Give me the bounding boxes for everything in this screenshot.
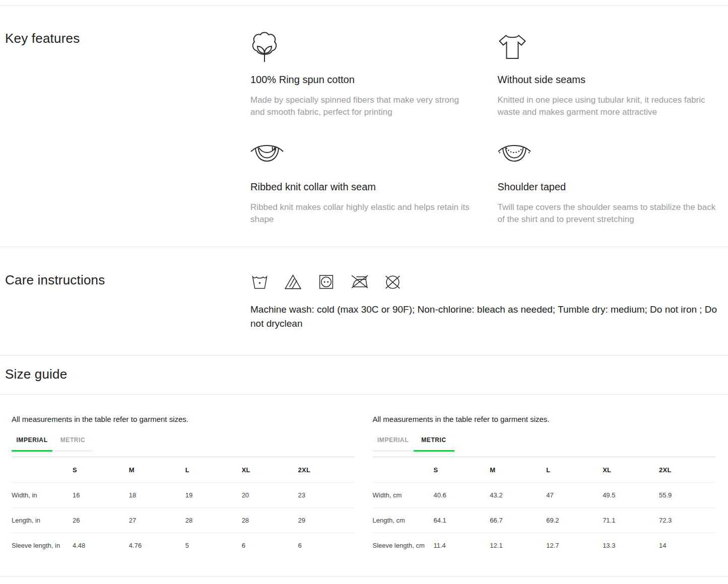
size-column-header: S [73, 457, 129, 483]
collar-seam-icon [250, 138, 474, 170]
cell-value: 69.2 [546, 508, 603, 533]
row-label: Width, in [12, 483, 73, 508]
features-grid: 100% Ring spun cotton Made by specially … [250, 31, 720, 226]
care-instructions-section: Care instructions [0, 247, 728, 355]
tab-metric-label: METRIC [60, 436, 86, 444]
cell-value: 28 [185, 508, 242, 533]
care-icons-row [250, 272, 720, 291]
machine-wash-cold-icon [250, 272, 269, 291]
cell-value: 49.5 [603, 483, 659, 508]
tshirt-icon [498, 31, 721, 63]
care-instructions-heading: Care instructions [5, 272, 250, 287]
cell-value: 26 [73, 508, 129, 533]
row-label: Length, cm [373, 508, 434, 533]
section-divider [0, 576, 728, 576]
cell-value: 23 [298, 483, 355, 508]
cell-value: 20 [242, 483, 298, 508]
size-column-header-empty [12, 457, 73, 483]
row-label: Width, cm [373, 483, 434, 508]
measurements-note: All measurements in the table refer to g… [12, 415, 355, 423]
size-column-header: XL [603, 457, 659, 483]
cell-value: 12.7 [546, 533, 603, 558]
cell-value: 6 [242, 533, 298, 558]
cell-value: 4.76 [129, 533, 185, 558]
cell-value: 18 [129, 483, 185, 508]
cell-value: 19 [185, 483, 242, 508]
size-table-imperial-column: All measurements in the table refer to g… [12, 415, 355, 558]
shoulder-taped-icon [498, 138, 721, 170]
tab-metric[interactable]: METRIC [414, 436, 454, 452]
tab-metric-label: METRIC [421, 436, 446, 444]
key-features-section: Key features 100% Ring spun cotton Made … [0, 6, 728, 247]
tab-imperial-label: IMPERIAL [16, 436, 47, 444]
feature-description: Made by specially spinned fibers that ma… [250, 94, 474, 118]
tab-imperial[interactable]: IMPERIAL [373, 436, 414, 452]
unit-tabs: IMPERIAL METRIC [373, 436, 716, 452]
do-not-dryclean-icon [383, 272, 402, 291]
cell-value: 72.3 [659, 508, 715, 533]
metric-size-table: S M L XL 2XL Width, cm 40.6 43.2 47 49.5 [373, 457, 716, 558]
feature-ring-spun-cotton: 100% Ring spun cotton Made by specially … [250, 31, 474, 118]
size-column-header: L [546, 457, 603, 483]
table-row: Width, in 16 18 19 20 23 [12, 483, 355, 508]
cell-value: 55.9 [659, 483, 715, 508]
table-header-row: S M L XL 2XL [373, 457, 716, 483]
cell-value: 5 [185, 533, 242, 558]
cell-value: 28 [242, 508, 298, 533]
cell-value: 40.6 [433, 483, 490, 508]
cell-value: 66.7 [490, 508, 546, 533]
size-column-header-empty [373, 457, 434, 483]
cell-value: 64.1 [433, 508, 490, 533]
size-guide-heading-section: Size guide [0, 355, 728, 394]
cell-value: 11.4 [433, 533, 490, 558]
measurements-note: All measurements in the table refer to g… [373, 415, 716, 423]
feature-without-side-seams: Without side seams Knitted in one piece … [498, 31, 721, 118]
cell-value: 71.1 [603, 508, 659, 533]
feature-description: Knitted in one piece using tubular knit,… [498, 94, 721, 118]
cell-value: 29 [298, 508, 355, 533]
tumble-dry-medium-icon [317, 272, 336, 291]
size-column-header: L [185, 457, 242, 483]
table-row: Sleeve length, in 4.48 4.76 5 6 6 [12, 533, 355, 558]
do-not-iron-icon [350, 272, 369, 291]
size-guide-heading: Size guide [5, 367, 723, 382]
row-label: Sleeve length, cm [373, 533, 434, 558]
row-label: Length, in [12, 508, 73, 533]
key-features-heading: Key features [5, 31, 250, 46]
feature-description: Ribbed knit makes collar highly elastic … [250, 201, 474, 226]
cell-value: 43.2 [490, 483, 546, 508]
tab-metric[interactable]: METRIC [52, 436, 93, 452]
table-row: Length, in 26 27 28 28 29 [12, 508, 355, 533]
table-row: Width, cm 40.6 43.2 47 49.5 55.9 [373, 483, 716, 508]
tab-imperial[interactable]: IMPERIAL [12, 436, 52, 452]
feature-title: Shoulder taped [498, 181, 721, 193]
tab-imperial-label: IMPERIAL [377, 436, 409, 444]
table-row: Sleeve length, cm 11.4 12.1 12.7 13.3 14 [373, 533, 716, 558]
size-table-metric-column: All measurements in the table refer to g… [373, 415, 716, 558]
feature-title: Ribbed knit collar with seam [250, 181, 474, 193]
cell-value: 27 [129, 508, 185, 533]
cell-value: 16 [73, 483, 129, 508]
feature-description: Twill tape covers the shoulder seams to … [498, 201, 721, 226]
size-column-header: XL [242, 457, 298, 483]
row-label: Sleeve length, in [12, 533, 73, 558]
size-column-header: 2XL [298, 457, 355, 483]
feature-title: 100% Ring spun cotton [250, 74, 474, 86]
size-column-header: S [433, 457, 490, 483]
cotton-icon [250, 31, 474, 63]
imperial-size-table: S M L XL 2XL Width, in 16 18 19 20 23 [12, 457, 355, 558]
size-guide-tables-section: All measurements in the table refer to g… [0, 395, 728, 576]
cell-value: 14 [659, 533, 715, 558]
table-row: Length, cm 64.1 66.7 69.2 71.1 72.3 [373, 508, 716, 533]
non-chlorine-bleach-icon [284, 272, 302, 291]
cell-value: 13.3 [603, 533, 659, 558]
product-details-page: Key features 100% Ring spun cotton Made … [0, 0, 728, 576]
cell-value: 47 [546, 483, 603, 508]
size-column-header: 2XL [659, 457, 715, 483]
size-column-header: M [129, 457, 185, 483]
top-spacer [0, 0, 728, 5]
care-instructions-text: Machine wash: cold (max 30C or 90F); Non… [250, 303, 720, 331]
care-instructions-content: Machine wash: cold (max 30C or 90F); Non… [250, 272, 720, 331]
cell-value: 6 [298, 533, 355, 558]
cell-value: 4.48 [73, 533, 129, 558]
